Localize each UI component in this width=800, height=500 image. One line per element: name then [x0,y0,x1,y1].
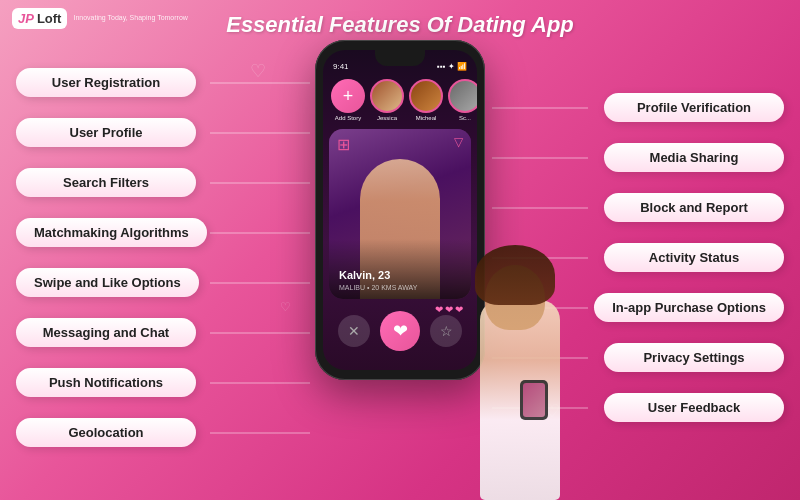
page-title: Essential Features Of Dating App [0,8,800,38]
add-story-button[interactable]: + [331,79,365,113]
deco-heart-1: ♡ [250,60,266,82]
phone-time: 9:41 [333,62,349,71]
girl-phone-screen [523,383,545,417]
phone-notch [375,50,425,66]
deco-heart-2: ♡ [544,400,560,422]
pill-user-profile[interactable]: User Profile [16,118,196,147]
profile-location: MALIBU • 20 KMS AWAY [339,284,417,291]
avatar-sc[interactable] [448,79,477,113]
girl-head [485,265,545,330]
girl-hair [475,245,555,305]
pill-messaging-chat[interactable]: Messaging and Chat [16,318,196,347]
phone-signal: ▪▪▪ ✦ 📶 [437,62,467,71]
pill-user-registration[interactable]: User Registration [16,68,196,97]
girl-phone [520,380,548,420]
avatar-micheal[interactable] [409,79,443,113]
funnel-icon[interactable]: ▽ [454,135,463,149]
phone-outer: 9:41 ▪▪▪ ✦ 📶 + Add Story Jessica Micheal [315,40,485,380]
story-add[interactable]: + Add Story [331,79,365,121]
phone-screen: 9:41 ▪▪▪ ✦ 📶 + Add Story Jessica Micheal [323,50,477,370]
pill-search-filters[interactable]: Search Filters [16,168,196,197]
dislike-button[interactable]: ✕ [338,315,370,347]
like-button[interactable]: ❤ [380,311,420,351]
pill-matchmaking-algorithms[interactable]: Matchmaking Algorithms [16,218,207,247]
story-jessica-label: Jessica [377,115,397,121]
pill-block-report[interactable]: Block and Report [604,193,784,222]
pill-profile-verification[interactable]: Profile Verification [604,93,784,122]
avatar-jessica[interactable] [370,79,404,113]
pill-inapp-purchase[interactable]: In-app Purchase Options [594,293,784,322]
pill-activity-status[interactable]: Activity Status [604,243,784,272]
filter-icon[interactable]: ⊞ [337,135,350,154]
pill-media-sharing[interactable]: Media Sharing [604,143,784,172]
story-micheal-label: Micheal [416,115,437,121]
pill-push-notifications[interactable]: Push Notifications [16,368,196,397]
girl-body [480,300,560,500]
pill-swipe-like[interactable]: Swipe and Like Options [16,268,199,297]
deco-heart-3: ♡ [280,300,291,314]
phone-stories: + Add Story Jessica Micheal Sc... [323,75,477,125]
story-jessica[interactable]: Jessica [370,79,404,121]
phone-mockup: 9:41 ▪▪▪ ✦ 📶 + Add Story Jessica Micheal [315,40,485,380]
heart-3: ❤ [455,304,463,315]
main-profile-card: ⊞ ▽ Kalvin, 23 MALIBU • 20 KMS AWAY [329,129,471,299]
heart-2: ❤ [445,304,453,315]
pill-user-feedback[interactable]: User Feedback [604,393,784,422]
bookmark-button[interactable]: ☆ [430,315,462,347]
reaction-hearts: ❤ ❤ ❤ [435,304,463,315]
story-sc[interactable]: Sc... [448,79,477,121]
pill-privacy-settings[interactable]: Privacy Settings [604,343,784,372]
heart-1: ❤ [435,304,443,315]
pill-geolocation[interactable]: Geolocation [16,418,196,447]
profile-name: Kalvin, 23 [339,269,390,281]
story-add-label: Add Story [335,115,361,121]
story-sc-label: Sc... [459,115,471,121]
story-micheal[interactable]: Micheal [409,79,443,121]
